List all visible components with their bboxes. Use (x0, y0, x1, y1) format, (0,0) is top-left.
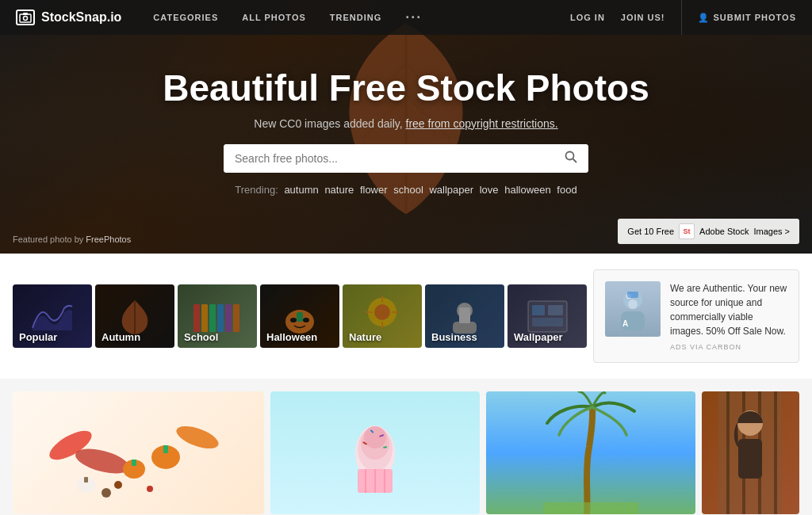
category-autumn-overlay: Autumn (95, 284, 174, 348)
nav-categories[interactable]: CATEGORIES (153, 13, 218, 22)
nav-more[interactable]: ··· (405, 10, 422, 26)
nav-divider (681, 0, 682, 35)
category-halloween-label: Halloween (266, 331, 317, 343)
ad-image: A (605, 281, 661, 337)
category-autumn[interactable]: Autumn (95, 284, 174, 348)
svg-point-8 (566, 151, 574, 159)
photo-person[interactable] (702, 391, 799, 514)
svg-rect-0 (20, 14, 31, 22)
svg-rect-71 (738, 439, 762, 479)
featured-label: Featured photo by (13, 235, 83, 244)
submit-label: SUBMIT PHOTOS (714, 13, 796, 22)
svg-rect-46 (163, 445, 168, 453)
trending-row: Trending: autumn nature flower school wa… (163, 184, 649, 196)
photo-halloween-bg (13, 391, 264, 514)
search-button[interactable] (553, 144, 588, 173)
nav-links: CATEGORIES ALL PHOTOS TRENDING ··· (153, 10, 570, 26)
svg-point-51 (102, 488, 111, 498)
hero-section: Beautiful Free Stock Photos New CC0 imag… (0, 0, 812, 254)
trending-tag-halloween[interactable]: halloween (504, 184, 551, 196)
ad-text: We are Authentic. Your new source for un… (670, 281, 787, 351)
trending-tag-flower[interactable]: flower (360, 184, 388, 196)
category-business[interactable]: Business (425, 284, 504, 348)
photo-person-bg (702, 391, 799, 514)
category-wallpaper-label: Wallpaper (514, 331, 563, 343)
category-business-overlay: Business (425, 284, 504, 348)
svg-point-42 (174, 422, 221, 453)
svg-line-9 (573, 158, 577, 162)
category-popular-label: Popular (19, 331, 57, 343)
svg-rect-44 (132, 460, 136, 466)
category-business-label: Business (431, 331, 477, 343)
adobe-suffix: Images > (753, 227, 790, 236)
svg-text:A: A (622, 319, 628, 328)
hero-subtitle: New CC0 images added daily, free from co… (163, 117, 649, 130)
hero-title: Beautiful Free Stock Photos (163, 67, 649, 109)
ads-via-carbon: ADS VIA CARBON (670, 343, 787, 351)
category-wallpaper-overlay: Wallpaper (508, 284, 587, 348)
site-name: StockSnap.io (41, 10, 121, 25)
trending-tag-school[interactable]: school (393, 184, 423, 196)
category-nature-label: Nature (349, 331, 381, 343)
svg-rect-69 (774, 391, 777, 514)
svg-point-38 (628, 299, 638, 309)
svg-point-50 (147, 486, 153, 492)
photo-palm-bg (486, 391, 695, 514)
site-logo[interactable]: StockSnap.io (16, 10, 121, 25)
category-popular[interactable]: Popular (13, 284, 92, 348)
nav-login[interactable]: LOG IN (570, 13, 605, 22)
category-halloween[interactable]: Halloween (260, 284, 339, 348)
trending-tag-autumn[interactable]: autumn (284, 184, 318, 196)
adobe-stock-button[interactable]: Get 10 Free St Adobe Stock Images > (618, 219, 799, 244)
category-school-label: School (184, 331, 218, 343)
photos-section (0, 379, 812, 515)
svg-rect-37 (627, 292, 638, 298)
adobe-get-free: Get 10 Free (627, 227, 674, 236)
submit-photos-button[interactable]: 👤 SUBMIT PHOTOS (698, 13, 796, 23)
photo-palm[interactable] (486, 391, 695, 514)
nav-right: LOG IN JOIN US! 👤 SUBMIT PHOTOS (570, 0, 796, 35)
trending-tag-nature[interactable]: nature (324, 184, 354, 196)
nav-join[interactable]: JOIN US! (621, 13, 665, 22)
ad-person-image: A (605, 281, 661, 337)
trending-tag-food[interactable]: food (557, 184, 576, 196)
category-halloween-overlay: Halloween (260, 284, 339, 348)
category-wallpaper[interactable]: Wallpaper (508, 284, 587, 348)
category-popular-overlay: Popular (13, 284, 92, 348)
trending-tag-love[interactable]: love (480, 184, 499, 196)
svg-point-49 (114, 481, 122, 489)
trending-label: Trending: (235, 184, 278, 196)
category-school[interactable]: School (178, 284, 257, 348)
navbar: StockSnap.io CATEGORIES ALL PHOTOS TREND… (0, 0, 812, 35)
search-input[interactable] (224, 144, 553, 173)
svg-rect-64 (543, 502, 638, 514)
nav-trending[interactable]: TRENDING (330, 13, 381, 22)
category-autumn-label: Autumn (102, 331, 140, 343)
logo-icon (16, 10, 35, 25)
submit-icon: 👤 (698, 13, 710, 23)
svg-rect-2 (23, 13, 28, 15)
adobe-logo: St (679, 223, 695, 239)
photo-halloween[interactable] (13, 391, 264, 514)
categories-section: Popular Autumn School (0, 254, 812, 379)
featured-credit: Featured photo by FreePhotos (13, 235, 131, 244)
nav-all-photos[interactable]: ALL PHOTOS (242, 13, 306, 22)
adobe-stock-label: Adobe Stock (699, 227, 749, 236)
copyright-link[interactable]: free from copyright restrictions. (406, 117, 558, 130)
category-nature-overlay: Nature (343, 284, 422, 348)
search-bar (224, 144, 588, 173)
svg-rect-48 (84, 477, 88, 483)
hero-subtitle-text: New CC0 images added daily, (254, 117, 402, 130)
category-nature[interactable]: Nature (343, 284, 422, 348)
ad-headline: We are Authentic. Your new source for un… (670, 281, 787, 338)
featured-author[interactable]: FreePhotos (86, 235, 131, 244)
photo-cupcake-bg (270, 391, 480, 514)
trending-tag-wallpaper[interactable]: wallpaper (429, 184, 473, 196)
ad-card[interactable]: A We are Authentic. Your new source for … (593, 269, 799, 363)
photo-cupcake[interactable] (270, 391, 480, 514)
hero-content: Beautiful Free Stock Photos New CC0 imag… (163, 59, 649, 196)
category-school-overlay: School (178, 284, 257, 348)
svg-rect-66 (726, 391, 730, 514)
svg-point-1 (24, 17, 28, 21)
svg-point-55 (364, 426, 386, 448)
